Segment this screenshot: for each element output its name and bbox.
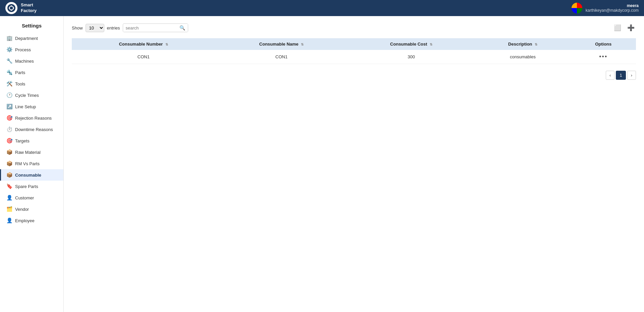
user-name: meera — [586, 3, 639, 8]
export-button[interactable]: ⬜ — [612, 23, 623, 33]
pagination-next[interactable]: › — [627, 71, 636, 80]
sidebar-item-line-setup[interactable]: ↗️Line Setup — [0, 101, 63, 112]
brand-name: SmartFactory — [21, 2, 37, 14]
sidebar: Settings 🏢Department⚙️Process🔧Machines🔩P… — [0, 16, 64, 312]
table-header-row: Consumable Number ⇅ Consumable Name ⇅ Co… — [72, 38, 636, 50]
col-consumable-number: Consumable Number ⇅ — [72, 38, 215, 50]
table-body: CON1 CON1 300 consumables ••• — [72, 50, 636, 64]
entries-label: entries — [107, 25, 120, 30]
sidebar-item-tools[interactable]: 🛠️Tools — [0, 78, 63, 89]
cell-description: consumables — [475, 50, 571, 64]
sidebar-item-rejection-reasons[interactable]: 🎯Rejection Reasons — [0, 112, 63, 124]
sidebar-item-parts[interactable]: 🔩Parts — [0, 67, 63, 78]
svg-point-4 — [9, 7, 10, 9]
options-menu-button[interactable]: ••• — [599, 53, 607, 60]
table-header: Consumable Number ⇅ Consumable Name ⇅ Co… — [72, 38, 636, 50]
sidebar-item-consumable[interactable]: 📦Consumable — [0, 169, 63, 181]
sidebar-items: 🏢Department⚙️Process🔧Machines🔩Parts🛠️Too… — [0, 33, 63, 226]
user-email: karthikeyan@makdycorp.com — [586, 8, 639, 13]
header-left: SmartFactory — [5, 2, 37, 14]
consumable-icon: 📦 — [6, 172, 12, 178]
col-description: Description ⇅ — [475, 38, 571, 50]
sidebar-label-rejection-reasons: Rejection Reasons — [15, 116, 52, 121]
pagination-page-1[interactable]: 1 — [616, 71, 626, 80]
sidebar-label-targets: Targets — [15, 138, 30, 143]
machines-icon: 🔧 — [6, 58, 12, 64]
sidebar-item-customer[interactable]: 👤Customer — [0, 192, 63, 203]
sidebar-label-cycle-times: Cycle Times — [15, 93, 39, 98]
top-bar-right: ⬜ ➕ — [612, 23, 636, 33]
sidebar-item-raw-material[interactable]: 📦Raw Material — [0, 146, 63, 158]
sidebar-title: Settings — [0, 20, 63, 33]
cell-options: ••• — [571, 50, 636, 64]
header-right: meera karthikeyan@makdycorp.com — [572, 3, 639, 13]
sidebar-label-rm-vs-parts: RM Vs Parts — [15, 161, 40, 166]
content-area: Show 10 25 50 100 entries 🔍 ⬜ ➕ — [64, 16, 644, 312]
cell-consumable-number: CON1 — [72, 50, 215, 64]
sidebar-item-rm-vs-parts[interactable]: 📦RM Vs Parts — [0, 158, 63, 169]
logo-icon — [7, 3, 16, 13]
sidebar-label-consumable: Consumable — [15, 173, 41, 178]
spare-parts-icon: 🔖 — [6, 183, 12, 189]
targets-icon: 🎯 — [6, 138, 12, 144]
sidebar-label-department: Department — [15, 36, 38, 41]
pagination-prev[interactable]: ‹ — [606, 71, 614, 80]
col-consumable-name: Consumable Name ⇅ — [215, 38, 348, 50]
sidebar-item-employee[interactable]: 👤Employee — [0, 215, 63, 226]
user-info: meera karthikeyan@makdycorp.com — [586, 3, 639, 13]
employee-icon: 👤 — [6, 217, 12, 224]
main-layout: Settings 🏢Department⚙️Process🔧Machines🔩P… — [0, 16, 644, 312]
svg-point-5 — [13, 7, 14, 9]
sidebar-label-spare-parts: Spare Parts — [15, 184, 38, 189]
search-wrapper: 🔍 — [123, 23, 188, 32]
rejection-reasons-icon: 🎯 — [6, 115, 12, 121]
department-icon: 🏢 — [6, 35, 12, 41]
search-input[interactable] — [123, 24, 177, 32]
col-options: Options — [571, 38, 636, 50]
cell-consumable-cost: 300 — [348, 50, 475, 64]
svg-point-2 — [11, 5, 12, 7]
sort-icon-consumable-cost: ⇅ — [430, 43, 432, 46]
rm-vs-parts-icon: 📦 — [6, 161, 12, 167]
sidebar-label-vendor: Vendor — [15, 207, 29, 212]
sidebar-label-employee: Employee — [15, 218, 35, 223]
sidebar-item-machines[interactable]: 🔧Machines — [0, 55, 63, 67]
sidebar-item-process[interactable]: ⚙️Process — [0, 44, 63, 55]
sidebar-label-line-setup: Line Setup — [15, 104, 36, 109]
top-bar-left: Show 10 25 50 100 entries 🔍 — [72, 23, 188, 32]
line-setup-icon: ↗️ — [6, 104, 12, 110]
cycle-times-icon: 🕐 — [6, 92, 12, 98]
add-button[interactable]: ➕ — [626, 23, 636, 33]
sidebar-item-vendor[interactable]: 🗂️Vendor — [0, 203, 63, 215]
tools-icon: 🛠️ — [6, 81, 12, 87]
sort-icon-consumable-number: ⇅ — [165, 43, 168, 46]
svg-point-0 — [7, 4, 15, 12]
sidebar-label-raw-material: Raw Material — [15, 150, 41, 155]
sidebar-item-cycle-times[interactable]: 🕐Cycle Times — [0, 89, 63, 101]
sidebar-label-process: Process — [15, 47, 31, 52]
search-button[interactable]: 🔍 — [177, 24, 188, 32]
pagination: ‹ 1 › — [72, 71, 636, 80]
col-consumable-cost: Consumable Cost ⇅ — [348, 38, 475, 50]
cell-consumable-name: CON1 — [215, 50, 348, 64]
show-label: Show — [72, 25, 83, 30]
vendor-icon: 🗂️ — [6, 206, 12, 212]
sidebar-item-targets[interactable]: 🎯Targets — [0, 135, 63, 146]
user-avatar — [572, 3, 582, 13]
sidebar-label-machines: Machines — [15, 59, 34, 64]
sidebar-label-parts: Parts — [15, 70, 25, 75]
sidebar-item-downtime-reasons[interactable]: ⏱️Downtime Reasons — [0, 124, 63, 135]
customer-icon: 👤 — [6, 195, 12, 201]
sidebar-item-spare-parts[interactable]: 🔖Spare Parts — [0, 181, 63, 192]
sidebar-label-downtime-reasons: Downtime Reasons — [15, 127, 53, 132]
consumable-table: Consumable Number ⇅ Consumable Name ⇅ Co… — [72, 38, 636, 64]
table-row: CON1 CON1 300 consumables ••• — [72, 50, 636, 64]
raw-material-icon: 📦 — [6, 149, 12, 155]
downtime-reasons-icon: ⏱️ — [6, 126, 12, 132]
svg-point-3 — [11, 9, 12, 11]
show-entries-select[interactable]: 10 25 50 100 — [86, 24, 104, 32]
sort-icon-consumable-name: ⇅ — [301, 43, 304, 46]
logo — [5, 2, 17, 14]
sort-icon-description: ⇅ — [535, 43, 537, 46]
sidebar-item-department[interactable]: 🏢Department — [0, 33, 63, 44]
